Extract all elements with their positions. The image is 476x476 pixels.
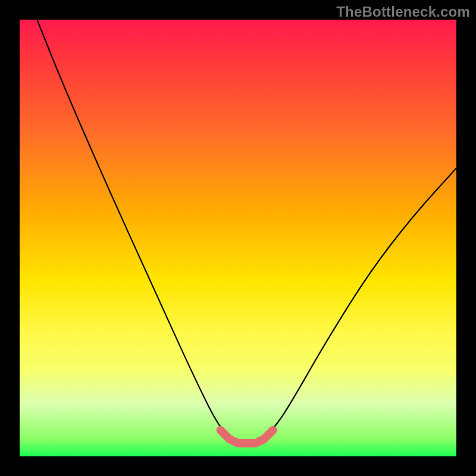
valley-highlight [221,430,273,443]
chart-frame: TheBottleneck.com [0,0,476,476]
bottleneck-curve [37,20,456,443]
chart-svg [20,20,456,456]
watermark-text: TheBottleneck.com [336,4,470,20]
